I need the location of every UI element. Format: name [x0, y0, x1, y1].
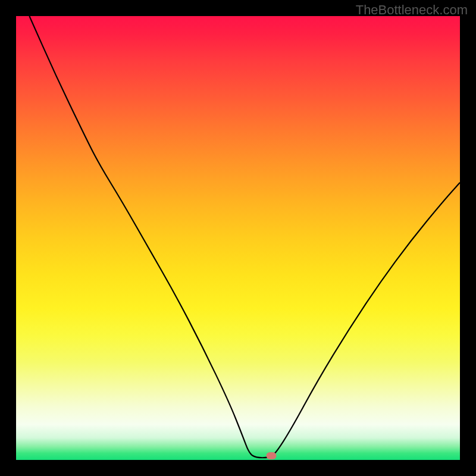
optimal-point-marker: [266, 452, 276, 459]
watermark-text: TheBottleneck.com: [356, 2, 468, 18]
bottleneck-curve: [16, 16, 460, 460]
chart-plot-area: [16, 16, 460, 460]
